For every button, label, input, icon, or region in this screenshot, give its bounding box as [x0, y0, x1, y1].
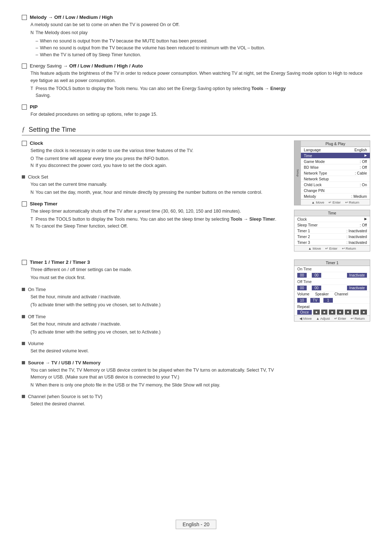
- off-time-text2: (To activate timer with the setting you …: [30, 329, 287, 336]
- menu-label-timer2: Timer 2: [297, 234, 310, 239]
- off-time-heading-row: Off Time: [22, 314, 287, 319]
- energy-t-item: Press the TOOLS button to display the To…: [30, 85, 370, 99]
- sleep-timer-t-item: Press the TOOLS button to display the To…: [30, 216, 287, 223]
- clock-heading-row: Clock: [22, 140, 287, 146]
- clock-title: Clock: [30, 140, 43, 146]
- melody-title: Melody → Off / Low / Medium / High: [30, 15, 113, 20]
- melody-dash-3: When the TV is turned off by Sleep Timer…: [36, 52, 370, 58]
- clock-o-item: The current time will appear every time …: [30, 155, 287, 162]
- timer-ch-val[interactable]: 1: [323, 298, 333, 303]
- menu-sidebar-label-1: Setup: [294, 141, 301, 205]
- menu-nav-enter-1: ↵ Enter: [328, 200, 340, 204]
- sleep-timer-bullets: Press the TOOLS button to display the To…: [30, 216, 287, 230]
- timer-text1: Three different on / off timer settings …: [30, 266, 287, 273]
- menu-label-language: Language: [304, 148, 321, 152]
- menu-nav-1: ▲ Move ↵ Enter ↩ Return: [301, 199, 370, 205]
- timer-spk-label: Speaker: [315, 292, 328, 296]
- source-text1: You can select the TV, TV Memory or USB …: [30, 367, 287, 381]
- clock-set-text: You can set the current time manually.: [30, 181, 287, 188]
- timer-vol-val[interactable]: 10: [297, 298, 307, 303]
- menu-nav-move-1: ▲ Move: [311, 200, 324, 204]
- checkbox-icon-pip: [22, 105, 27, 110]
- menu-val-timer1: : Inactivated: [346, 229, 367, 233]
- melody-body: A melody sound can be set to come on whe…: [22, 21, 370, 58]
- checkbox-icon-melody: [22, 15, 27, 20]
- menu-box-side-1: Setup Plug & Play Language English Time …: [294, 141, 370, 205]
- square-icon-clock-set: [22, 175, 25, 179]
- melody-n-list: The Melody does not play: [30, 29, 370, 36]
- timer-repeat-label: Repeat: [297, 304, 310, 309]
- menu-row-gamemode: Game Mode : Off: [301, 159, 370, 164]
- timer-spk-val[interactable]: TV: [310, 298, 320, 303]
- energy-tools-bold: Tools → Energy: [252, 86, 286, 91]
- menu-box-plug-play: Setup Plug & Play Language English Time …: [294, 140, 370, 205]
- menu-val-bdwise: : Off: [360, 165, 367, 169]
- melody-n-item: The Melody does not play: [30, 29, 370, 36]
- menu-label-gamemode: Game Mode: [304, 159, 325, 164]
- timer-day-sat: ■: [360, 310, 367, 315]
- timer-body: Three different on / off timer settings …: [22, 266, 287, 282]
- timer-nav-move: ◀ Move: [299, 316, 312, 320]
- section-f-icon: ƒ: [22, 126, 25, 134]
- timer-on-m[interactable]: 00: [312, 273, 321, 278]
- square-icon-channel: [22, 395, 25, 398]
- timer-days-row: Once ■ ■ ■ ■ ■ ■ ■: [297, 310, 367, 315]
- menu-row-timer2: Timer 2 : Inactivated: [294, 234, 370, 240]
- menu-row-sleeptimer: Sleep Timer : Off: [294, 222, 370, 228]
- clock-main: Clock Setting the clock is necessary in …: [22, 140, 287, 256]
- energy-heading-row: Energy Saving → Off / Low / Medium / Hig…: [22, 63, 370, 69]
- checkbox-icon-timer: [22, 260, 27, 265]
- menu-val-childlock: : On: [360, 183, 367, 187]
- off-time-text1: Set the hour, minute and activate / inac…: [30, 321, 287, 328]
- menu-label-timer1: Timer 1: [297, 229, 310, 233]
- menu-row-time: Time: [301, 153, 370, 159]
- source-heading-row: Source → TV / USB / TV Memory: [22, 360, 287, 365]
- clock-row: Clock Setting the clock is necessary in …: [22, 140, 370, 256]
- timer-box: Timer 1 On Time 00 00 Inactivate Off Tim…: [294, 259, 370, 322]
- pip-title: PIP: [30, 104, 38, 110]
- menu-label-sleeptimer: Sleep Timer: [297, 223, 318, 227]
- menu-label-bdwise: BD Wise: [304, 165, 319, 169]
- timer-off-btn[interactable]: Inactivate: [347, 286, 367, 290]
- clock-set-heading-row: Clock Set: [22, 174, 287, 180]
- timer-off-m[interactable]: 00: [312, 286, 321, 290]
- timer-vsc-values: 10 TV 1: [294, 297, 370, 304]
- timer-off-label: Off Time: [297, 279, 315, 284]
- energy-bold: Off / Low / Medium / High / Auto: [69, 63, 143, 69]
- page-content: Melody → Off / Low / Medium / High A mel…: [22, 15, 370, 413]
- menu-box-title-2: Time: [294, 210, 370, 216]
- timer-once-btn[interactable]: Once: [297, 310, 312, 315]
- volume-text: Set the desired volume level.: [30, 348, 287, 355]
- channel-body: Select the desired channel.: [22, 401, 287, 408]
- menu-row-childlock: Child Lock : On: [301, 182, 370, 188]
- timer-on-h[interactable]: 00: [297, 273, 307, 278]
- melody-section: Melody → Off / Low / Medium / High A mel…: [22, 15, 370, 58]
- square-icon-off-time: [22, 315, 25, 318]
- timer-vsc-labels: Volume Speaker Channel: [294, 291, 370, 297]
- timer-on-time-row: On Time: [294, 266, 370, 272]
- timer-on-btn[interactable]: Inactivate: [347, 273, 367, 278]
- on-time-body: Set the hour, minute and activate / inac…: [22, 294, 287, 309]
- menu-val-melody: : Medium: [351, 194, 367, 199]
- timer-nav-adjust: ▲ Adjust: [316, 316, 330, 320]
- volume-heading-row: Volume: [22, 341, 287, 346]
- melody-dash-2: When no sound is output from the TV beca…: [36, 45, 370, 52]
- timer-off-h[interactable]: 00: [297, 286, 307, 290]
- menu-nav-2: ▲ Move ↵ Enter ↩ Return: [294, 245, 370, 251]
- sleep-timer-text: The sleep timer automatically shuts off …: [30, 208, 287, 215]
- timer-day-mon: ■: [321, 310, 328, 315]
- menu-val-timer2: : Inactivated: [346, 234, 367, 239]
- timer-sidebar: Timer 1 On Time 00 00 Inactivate Off Tim…: [294, 259, 370, 413]
- menu-label-nettype: Network Type: [304, 171, 327, 175]
- menu-row-nettype: Network Type : Cable: [301, 170, 370, 176]
- timer-day-sun: ■: [313, 310, 320, 315]
- on-time-title: On Time: [28, 287, 46, 292]
- menu-val-nettype: : Cable: [355, 171, 367, 175]
- on-time-text2: (To activate timer with the setting you …: [30, 302, 287, 308]
- menu-sidebar-1: Setup Plug & Play Language English Time …: [294, 140, 370, 256]
- volume-section: Volume Set the desired volume level.: [22, 341, 287, 355]
- melody-dash-1: When no sound is output from the TV beca…: [36, 38, 370, 45]
- timer-on-label: On Time: [297, 267, 315, 271]
- menu-val-timer3: : Inactivated: [346, 240, 367, 245]
- setting-time-heading: ƒ Setting the Time: [22, 126, 370, 135]
